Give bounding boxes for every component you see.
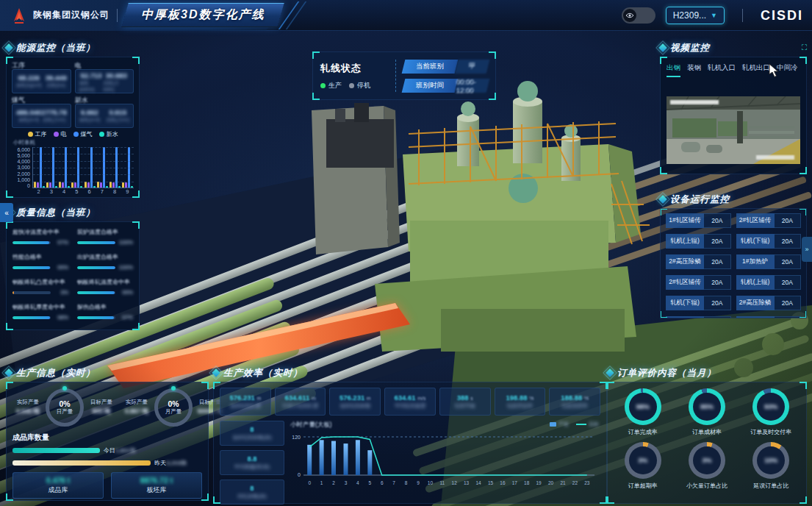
panel-diamond-icon: [4, 368, 12, 377]
panel-video-monitor: 视频监控 ⛶ 出钢装钢轧机入口轧机出口中间冷电加热: [660, 41, 807, 174]
panel-diamond-icon: [212, 368, 220, 377]
equipment-rows: 1#轧区辅传20A 2#轧区辅传20A 轧机(上辊)20A 轧机(下辊)20A …: [666, 213, 801, 318]
equipment-row: 轧机(下辊)20A: [736, 234, 802, 249]
camera-tabs: 出钢装钢轧机入口轧机出口中间冷电加热: [667, 63, 800, 77]
header-divider: [742, 9, 743, 22]
page-title-plate: 中厚板3D数字化产线: [121, 3, 284, 27]
flame-logo-icon: [10, 7, 28, 24]
svg-text:10: 10: [428, 480, 434, 485]
order-rings: 98% 订单完成率 95% 订单成材率 93% 订单及时交付率 3% 订单超期率…: [612, 388, 802, 490]
quality-metric: 装炉温度合格率 100%: [77, 228, 133, 246]
camera-tab-0[interactable]: 出钢: [667, 63, 680, 77]
energy-group: 电 52.713单耗(kWh/t) 30.683总耗(万kWh): [75, 61, 134, 93]
company-name: 陕钢集团汉钢公司: [33, 9, 109, 21]
equipment-row: 2#轧区辅传20A: [736, 213, 802, 228]
svg-text:1: 1: [320, 480, 323, 485]
video-panel-title: 视频监控: [670, 42, 710, 54]
svg-text:23: 23: [584, 480, 590, 485]
order-ring: 98% 订单完成率: [612, 388, 673, 436]
svg-text:14: 14: [475, 480, 481, 485]
camera-select-dropdown[interactable]: H2309... ▼: [666, 7, 725, 24]
status-legend-item: 停机: [349, 81, 370, 90]
svg-text:7: 7: [392, 480, 395, 485]
efficiency-stat: 388 s轧制节奏: [439, 388, 491, 416]
status-divider: [395, 60, 396, 92]
expand-icon[interactable]: ⛶: [802, 43, 807, 52]
svg-text:21: 21: [560, 480, 566, 485]
svg-text:120: 120: [292, 435, 301, 440]
efficiency-stats: 576.231 m当班轧制长度 634.611 m日累计轧制长度 576.231…: [220, 388, 600, 416]
legend-item: 目标: [576, 421, 599, 428]
efficiency-panel-title: 生产效率（实时）: [223, 367, 303, 380]
equipment-row: 1#加热炉20A: [736, 254, 802, 269]
panel-diamond-icon: [606, 368, 614, 377]
shift-row: 班别时间00:00-12:00: [402, 79, 490, 93]
panel-production-efficiency: 生产效率（实时） 576.231 m当班轧制长度 634.611 m日累计轧制长…: [213, 366, 607, 504]
quality-panel-title: 质量信息（当班）: [16, 207, 96, 219]
production-gauge: 实际产量0.867 吨 0%月产量 目标产量50000 吨: [121, 388, 226, 427]
camera-tab-1[interactable]: 装钢: [687, 63, 701, 77]
svg-text:3: 3: [345, 480, 348, 485]
order-ring: 10% 延误订单占比: [741, 442, 802, 490]
svg-text:19: 19: [536, 480, 542, 485]
production-panel-title: 生产信息（实时）: [16, 367, 96, 380]
mouse-cursor: [769, 63, 779, 81]
header-divider: [117, 9, 118, 22]
equipment-row: 轧机(下辊)20A: [666, 296, 731, 310]
legend-item: 煤气: [73, 130, 93, 138]
camera-tab-4[interactable]: 中间冷: [777, 63, 798, 77]
efficiency-side-stat: 8当班轧制块数(块): [220, 421, 284, 446]
chevron-down-icon: ▼: [711, 12, 717, 19]
equipment-row: 轧机(上辊)20A: [666, 316, 731, 318]
shift-info-rows: 当前班别甲 班别时间00:00-12:00: [403, 60, 488, 93]
equipment-row: 2#轧区辅传20A: [736, 316, 802, 318]
svg-text:15: 15: [488, 480, 494, 485]
svg-text:0: 0: [308, 480, 311, 485]
panel-diamond-icon: [658, 43, 667, 51]
hourly-output-chart: 小时产量(大板) 产量目标 12000123456789101112131415…: [290, 421, 600, 505]
energy-chart-plot: [32, 147, 134, 188]
efficiency-stat: 188.88 %轧机负荷率: [549, 388, 600, 416]
energy-chart-xticks: 23456789: [32, 188, 134, 195]
efficiency-stat: 576.231 m当班轧制米数: [329, 388, 381, 416]
panel-diamond-icon: [658, 195, 667, 203]
cctv-video-feed[interactable]: [667, 96, 800, 164]
left-collapse-tab[interactable]: «: [0, 203, 13, 222]
page-title: 中厚板3D数字化产线: [141, 7, 265, 23]
svg-text:22: 22: [572, 480, 578, 485]
camera-select-value: H2309...: [673, 10, 706, 21]
quality-metric: 出炉温度合格率 100%: [77, 253, 133, 271]
hourly-chart-legend: 产量目标: [550, 421, 599, 428]
company-logo: 陕钢集团汉钢公司: [10, 7, 109, 24]
efficiency-side-stat: 8.8平均单重(吨/块): [220, 450, 284, 475]
cisdi-brand-logo: CISDI: [761, 8, 803, 24]
svg-text:18: 18: [524, 480, 530, 485]
right-collapse-tab[interactable]: »: [802, 237, 812, 262]
equipment-row: 2#高压除鳞20A: [666, 254, 731, 269]
line-status-legend: 生产停机: [320, 81, 388, 90]
camera-tab-3[interactable]: 轧机出口: [742, 63, 770, 77]
equipment-row: 轧机(上辊)20A: [736, 275, 802, 290]
energy-groups: 工序 68.226单耗(kgce/t) 39.449总耗(tce) 电 52.7…: [12, 61, 134, 128]
energy-group: 新水 6.662单耗(m³/t) 0.915总耗(万m³): [75, 96, 134, 128]
top-bar: 陕钢集团汉钢公司 中厚板3D数字化产线 H2309... ▼ CISDI: [0, 0, 812, 31]
svg-text:8: 8: [405, 480, 408, 485]
hourly-chart-svg-holder: 1200012345678910111213141516171819202122…: [290, 430, 600, 494]
svg-text:9: 9: [417, 480, 420, 485]
quality-metric: 探伤合格率 97%: [77, 303, 133, 321]
panel-diamond-icon: [4, 43, 12, 51]
stock-card: 8876.72 t板坯库: [111, 472, 202, 499]
svg-text:12: 12: [452, 480, 458, 485]
equipment-row: 1#轧区辅传20A: [666, 213, 731, 228]
stock-title: 成品库数量: [12, 432, 202, 443]
legend-item: 产量: [550, 421, 569, 428]
energy-hourly-chart: 6,0005,0004,0003,0002,0001,0000: [12, 147, 134, 188]
energy-group: 煤气 486.040单耗(m³/t) 2775.78总耗(万m³): [12, 96, 71, 128]
status-legend-item: 生产: [320, 81, 342, 90]
efficiency-stat: 576.231 m当班轧制长度: [220, 388, 271, 416]
visibility-toggle[interactable]: [622, 7, 655, 24]
svg-text:4: 4: [356, 480, 359, 485]
panel-line-status: 轧线状态 生产停机 当前班别甲 班别时间00:00-12:00: [312, 51, 496, 100]
panel-production-info: 生产信息（实时） 实际产量0.045 吨 0%日产量 目标产量900 吨 实际产…: [6, 366, 209, 501]
camera-tab-2[interactable]: 轧机入口: [708, 63, 736, 77]
